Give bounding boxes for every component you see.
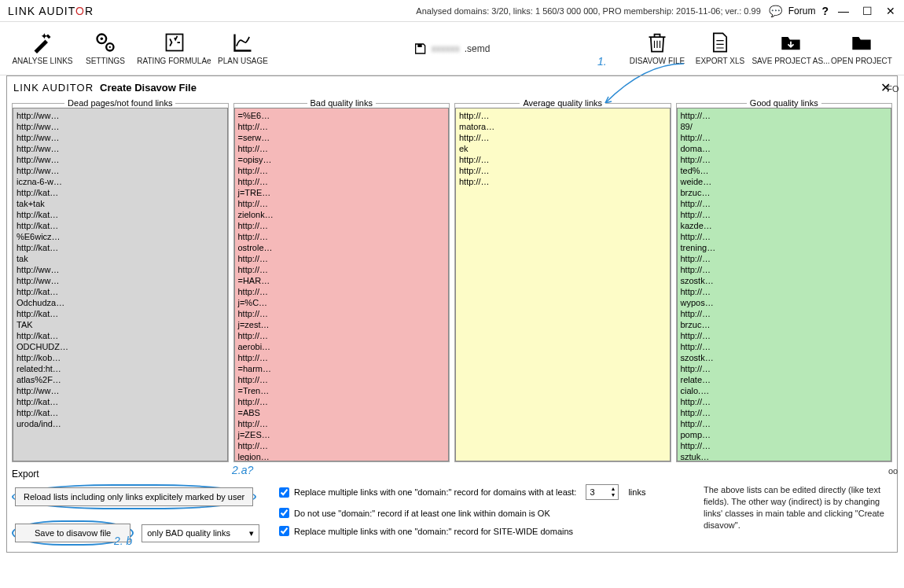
col-bad-title: Bad quality links: [307, 98, 377, 108]
save-project-button[interactable]: SAVE PROJECT AS...: [751, 31, 830, 65]
formula-icon: [164, 31, 186, 53]
skip-ok-domain-checkbox[interactable]: [279, 508, 289, 518]
dead-links-list[interactable]: http://ww… http://ww… http://ww… http://…: [13, 108, 228, 461]
folder-open-icon: [851, 31, 873, 53]
open-project-button[interactable]: OPEN PROJECT: [830, 31, 893, 65]
close-button[interactable]: ✕: [882, 4, 899, 18]
col-good-title: Good quality links: [747, 98, 821, 108]
good-links-list[interactable]: http://… 89/ http://… doma… http://… ted…: [677, 108, 892, 461]
spinner-icon[interactable]: ▴▾: [612, 486, 615, 498]
svg-point-1: [101, 38, 103, 41]
help-icon[interactable]: ?: [821, 5, 829, 17]
status-text: Analysed domains: 3/20, links: 1 560/3 0…: [94, 6, 769, 16]
panel-title: Create Disavow File: [100, 82, 197, 94]
gear-icon: [94, 31, 116, 53]
folder-save-icon: [780, 31, 802, 53]
export-label: Export: [12, 469, 263, 480]
minimize-button[interactable]: —: [835, 4, 852, 18]
min-links-input[interactable]: 3▴▾: [586, 484, 619, 500]
svg-rect-4: [166, 35, 182, 51]
svg-point-3: [109, 46, 111, 48]
forum-link[interactable]: Forum: [788, 6, 816, 17]
annotation-2a: 2.a?: [232, 464, 253, 476]
chart-icon: [232, 31, 254, 53]
document-icon: [709, 31, 731, 53]
avg-links-list[interactable]: http://… matora… http://… ek http://… ht…: [455, 108, 671, 461]
current-file: xxxxxx.semd: [414, 42, 491, 55]
col-avg-title: Average quality links: [520, 98, 605, 108]
replace-domain-checkbox[interactable]: [279, 487, 289, 498]
svg-rect-5: [417, 44, 421, 47]
export-note: The above lists can be edited directly (…: [704, 469, 892, 546]
disavow-file-button[interactable]: DISAVOW FILE: [626, 31, 689, 65]
app-logo: LINK AUDITOR: [8, 5, 94, 17]
quality-filter-select[interactable]: only BAD quality links▾: [141, 524, 259, 542]
panel-logo: LINK AUDITOR: [13, 82, 94, 94]
analyse-links-button[interactable]: ANALYSE LINKS: [11, 31, 74, 65]
settings-button[interactable]: SETTINGS: [74, 31, 137, 65]
bad-links-list[interactable]: =%E6… http://… =serw… http://… =opisy… h…: [234, 108, 450, 461]
trash-icon: [646, 31, 668, 53]
maximize-button[interactable]: ☐: [858, 4, 876, 18]
plan-usage-button[interactable]: PLAN USAGE: [211, 31, 274, 65]
col-dead-title: Dead pages/not found links: [64, 98, 175, 108]
background-window-fragment: FO oo: [887, 79, 899, 481]
sitewide-domain-checkbox[interactable]: [279, 526, 289, 536]
wand-icon: [31, 31, 53, 53]
forum-icon[interactable]: 💬: [769, 5, 782, 17]
export-xls-button[interactable]: EXPORT XLS: [689, 31, 751, 65]
save-icon: [414, 42, 427, 55]
annotation-1: 1.: [597, 55, 607, 68]
rating-formulae-button[interactable]: RATING FORMULAe: [137, 31, 211, 65]
reload-lists-button[interactable]: Reload lists including only links explic…: [15, 487, 253, 506]
annotation-2b: 2. b: [114, 535, 132, 547]
chevron-down-icon: ▾: [249, 528, 254, 538]
